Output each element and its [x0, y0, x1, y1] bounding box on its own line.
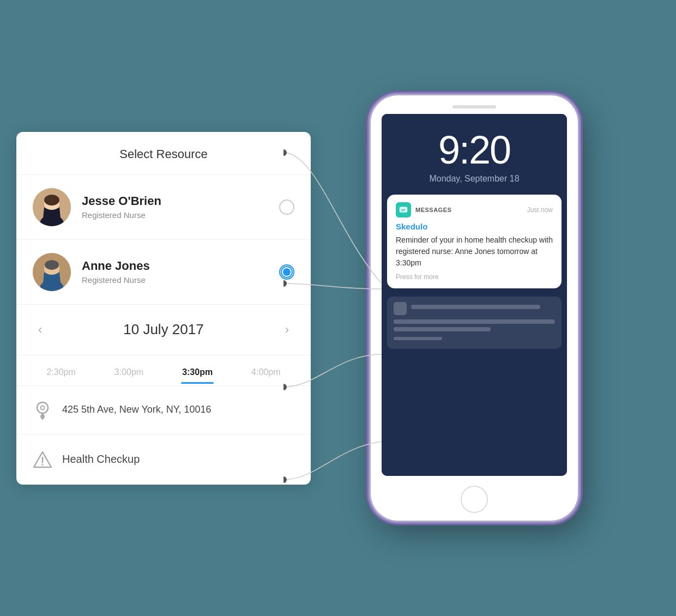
- section-title: Select Resource: [16, 132, 311, 175]
- warning-icon: [33, 450, 52, 469]
- left-panel: Select Resource Jesse O'Brien Registered…: [16, 132, 311, 485]
- notif-body: Reminder of your in home health checkup …: [396, 234, 553, 269]
- blurred-line-2: [394, 327, 491, 331]
- notif-header-left: MESSAGES: [396, 202, 451, 218]
- radio-btn-2[interactable]: [279, 264, 294, 280]
- screen-bottom: [382, 294, 567, 476]
- time-slot-0[interactable]: 2:30pm: [46, 367, 75, 384]
- svg-point-10: [41, 406, 45, 409]
- resource-role-2: Registered Nurse: [82, 275, 279, 285]
- svg-point-13: [42, 463, 44, 465]
- date-section: ‹ 10 July 2017 ›: [16, 305, 311, 355]
- address-text: 425 5th Ave, New York, NY, 10016: [62, 404, 212, 415]
- screen-date: Monday, September 18: [393, 174, 556, 184]
- notif-press-more[interactable]: Press for more: [396, 273, 553, 281]
- next-date-button[interactable]: ›: [280, 320, 294, 340]
- address-section: 425 5th Ave, New York, NY, 10016: [16, 386, 311, 434]
- phone-outer: 9:20 Monday, September 18: [371, 95, 578, 521]
- service-text: Health Checkup: [62, 453, 140, 466]
- phone-screen: 9:20 Monday, September 18: [382, 114, 567, 476]
- resource-info-2: Anne Jones Registered Nurse: [82, 259, 279, 285]
- avatar-1: [33, 188, 71, 226]
- radio-btn-1[interactable]: [279, 200, 294, 215]
- screen-time: 9:20: [393, 130, 556, 170]
- resource-name-1: Jesse O'Brien: [82, 194, 279, 208]
- avatar-2: [33, 253, 71, 291]
- time-slot-2[interactable]: 3:30pm: [182, 367, 213, 384]
- blurred-card-1: [387, 297, 562, 349]
- phone-wrapper: 9:20 Monday, September 18: [371, 95, 578, 521]
- blurred-line-3: [394, 337, 442, 340]
- location-icon: [33, 400, 52, 420]
- phone-speaker: [452, 105, 496, 108]
- scene: Select Resource Jesse O'Brien Registered…: [16, 22, 676, 594]
- home-button[interactable]: [461, 486, 488, 513]
- time-slots: 2:30pm 3:00pm 3:30pm 4:00pm: [27, 367, 300, 384]
- blurred-icon-row: [394, 302, 555, 315]
- time-section: 2:30pm 3:00pm 3:30pm 4:00pm: [16, 355, 311, 386]
- screen-top: 9:20 Monday, September 18: [382, 114, 567, 195]
- notif-time: Just now: [527, 206, 553, 214]
- blurred-icon: [394, 302, 407, 315]
- prev-date-button[interactable]: ‹: [33, 320, 47, 340]
- notif-app-name: MESSAGES: [415, 207, 451, 213]
- date-display: 10 July 2017: [123, 321, 203, 338]
- time-slot-1[interactable]: 3:00pm: [114, 367, 143, 384]
- time-slot-3[interactable]: 4:00pm: [251, 367, 280, 384]
- notification-card[interactable]: MESSAGES Just now Skedulo Reminder of yo…: [387, 195, 562, 288]
- resource-info-1: Jesse O'Brien Registered Nurse: [82, 194, 279, 220]
- blurred-line-1: [394, 319, 555, 324]
- notif-header: MESSAGES Just now: [396, 202, 553, 218]
- blurred-line-title: [411, 305, 540, 309]
- resource-name-2: Anne Jones: [82, 259, 279, 273]
- messages-icon: [396, 202, 411, 218]
- svg-point-9: [37, 402, 48, 413]
- resource-item-1[interactable]: Jesse O'Brien Registered Nurse: [16, 175, 311, 240]
- svg-point-2: [44, 195, 59, 206]
- resource-item-2[interactable]: Anne Jones Registered Nurse: [16, 240, 311, 305]
- svg-rect-7: [47, 266, 56, 269]
- time-underline-spacer: [27, 384, 300, 385]
- service-section: Health Checkup: [16, 434, 311, 485]
- resource-role-1: Registered Nurse: [82, 210, 279, 220]
- notif-sender: Skedulo: [396, 222, 553, 231]
